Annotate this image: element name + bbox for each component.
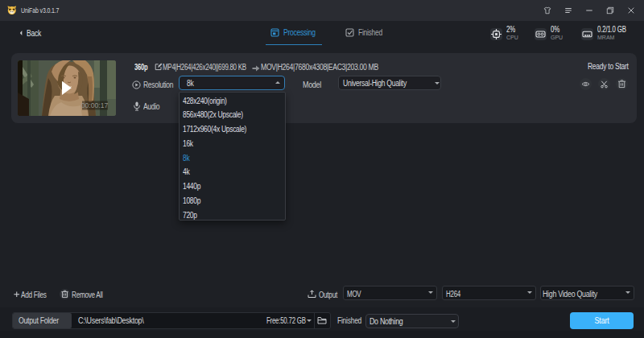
svg-text:00:00:17: 00:00:17 <box>81 101 109 109</box>
